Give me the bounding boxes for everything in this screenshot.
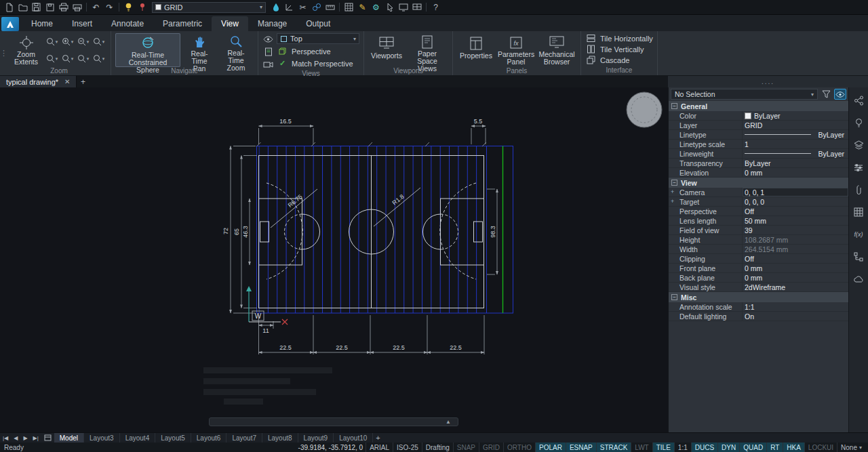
tab-layout7[interactable]: Layout7	[226, 433, 262, 443]
zoom-in-button[interactable]: ▾	[60, 33, 75, 50]
collapsed-command-bar[interactable]: ▲	[209, 417, 458, 426]
zoom-object-button[interactable]: ▾	[91, 50, 106, 67]
status-dim-style[interactable]: ISO-25	[393, 443, 422, 452]
tab-layout3[interactable]: Layout3	[84, 433, 120, 443]
link-icon[interactable]	[310, 1, 323, 14]
monitor-grid-icon[interactable]	[410, 1, 423, 14]
toggle-grid[interactable]: GRID	[479, 443, 503, 452]
realtime-constrained-sphere-button[interactable]: Real-Time Constrained Sphere	[115, 33, 180, 67]
close-tab-icon[interactable]: ✕	[64, 78, 70, 85]
status-annotation-scale[interactable]: 1:1	[674, 443, 691, 452]
eye-icon[interactable]	[262, 34, 274, 44]
toggle-quad[interactable]: QUAD	[739, 443, 766, 452]
viewports-button[interactable]: Viewports	[368, 33, 405, 67]
save-icon[interactable]	[30, 1, 43, 14]
zoom-out-button[interactable]: ▾	[75, 33, 91, 50]
paperclip-icon[interactable]	[852, 184, 865, 196]
tab-annotate[interactable]: Annotate	[102, 16, 153, 31]
tab-layout9[interactable]: Layout9	[298, 433, 334, 443]
zoom-window-button[interactable]: ▾	[44, 33, 60, 50]
first-layout-button[interactable]: |◀	[0, 435, 11, 441]
section-general[interactable]: −General	[669, 101, 848, 111]
last-layout-button[interactable]: ▶|	[31, 435, 41, 441]
cursor-icon[interactable]	[383, 1, 396, 14]
toggle-dyn[interactable]: DYN	[717, 443, 739, 452]
sliders-icon[interactable]	[852, 161, 865, 173]
share-nodes-icon[interactable]	[852, 94, 865, 106]
fx-panel-icon[interactable]: f(x)	[852, 228, 865, 241]
selection-dropdown[interactable]: No Selection ▾	[671, 89, 818, 100]
toggle-lwt[interactable]: LWT	[631, 443, 652, 452]
save-all-icon[interactable]	[43, 1, 56, 14]
cascade-button[interactable]: Cascade	[585, 55, 629, 65]
tile-vertically-button[interactable]: Tile Vertically	[585, 44, 644, 54]
toggle-tile[interactable]: TILE	[652, 443, 674, 452]
status-none-dropdown[interactable]: None▾	[837, 443, 865, 452]
scissors-icon[interactable]: ✂	[296, 1, 309, 14]
tab-home[interactable]: Home	[22, 16, 62, 31]
status-text-style[interactable]: ARIAL	[366, 443, 393, 452]
tab-layout10[interactable]: Layout10	[334, 433, 373, 443]
next-layout-button[interactable]: ▶	[20, 435, 30, 441]
section-misc[interactable]: −Misc	[669, 292, 848, 302]
tab-model[interactable]: Model	[54, 433, 84, 443]
realtime-zoom-button[interactable]: Real-Time Zoom	[218, 33, 254, 67]
zoom-scale-button[interactable]: ▾	[60, 50, 75, 67]
tab-layout4[interactable]: Layout4	[120, 433, 156, 443]
status-workspace[interactable]: Drafting	[422, 443, 453, 452]
toggle-rt[interactable]: RT	[766, 443, 783, 452]
lightbulb-icon[interactable]	[852, 117, 865, 129]
collapse-icon[interactable]: −	[671, 103, 677, 109]
quick-select-eye-button[interactable]	[834, 89, 846, 100]
monitor-icon[interactable]	[397, 1, 410, 14]
tab-insert[interactable]: Insert	[62, 16, 102, 31]
tab-layout8[interactable]: Layout8	[262, 433, 298, 443]
view-preset-dropdown[interactable]: Top ▾	[277, 33, 359, 44]
toggle-polar[interactable]: POLAR	[535, 443, 566, 452]
toggle-ducs[interactable]: DUCS	[691, 443, 717, 452]
toggle-snap[interactable]: SNAP	[453, 443, 479, 452]
tab-layout5[interactable]: Layout5	[155, 433, 191, 443]
filter-icon[interactable]	[820, 89, 832, 100]
toggle-esnap[interactable]: ESNAP	[566, 443, 596, 452]
tab-parametric[interactable]: Parametric	[153, 16, 212, 31]
add-layout-button[interactable]: +	[373, 434, 382, 442]
zoom-extents-button[interactable]: Zoom Extents	[12, 33, 41, 67]
print-icon[interactable]	[57, 1, 70, 14]
plot-icon[interactable]	[71, 1, 83, 14]
tab-view[interactable]: View	[212, 16, 248, 31]
panel-drag-handle[interactable]: ....	[762, 78, 774, 85]
axes-icon[interactable]	[283, 1, 296, 14]
zoom-dynamic-button[interactable]: ▾	[44, 50, 60, 67]
redo-icon[interactable]: ↷	[103, 1, 116, 14]
section-view[interactable]: −View	[669, 178, 848, 188]
help-icon[interactable]: ?	[429, 1, 442, 14]
grid-table-icon[interactable]	[852, 206, 865, 218]
pencil-icon[interactable]: ✎	[356, 1, 369, 14]
mechanical-browser-button[interactable]: Mechanical Browser	[537, 33, 576, 67]
new-file-icon[interactable]	[3, 1, 16, 14]
layout-list-icon[interactable]	[41, 434, 54, 441]
grid-icon[interactable]	[342, 1, 355, 14]
prev-layout-button[interactable]: ◀	[11, 435, 20, 441]
drawing-canvas[interactable]: 16.5 5.5 72 65 46.3 98.3 22.5 22.5 22.5 …	[0, 87, 668, 432]
collapse-icon[interactable]: −	[671, 294, 677, 300]
expand-panel-icon[interactable]: ▲	[446, 419, 451, 425]
tab-output[interactable]: Output	[296, 16, 340, 31]
gear-icon[interactable]: ⚙	[370, 1, 382, 14]
navigation-sphere[interactable]	[627, 92, 662, 127]
lightbulb-icon[interactable]	[122, 1, 135, 14]
undo-icon[interactable]: ↶	[90, 1, 102, 14]
paper-space-views-button[interactable]: Paper Space Views	[406, 33, 448, 67]
realtime-pan-button[interactable]: Real-Time Pan	[182, 33, 217, 67]
tile-horizontally-button[interactable]: Tile Horizontally	[585, 33, 653, 43]
cloud-icon[interactable]	[852, 273, 865, 285]
collapse-icon[interactable]: −	[671, 180, 677, 186]
new-document-tab-button[interactable]: +	[77, 76, 89, 87]
ribbon-overflow-handle[interactable]: ⋮	[0, 31, 7, 75]
measure-icon[interactable]	[323, 1, 336, 14]
properties-panel-button[interactable]: Properties	[457, 33, 495, 67]
view-sheet-icon[interactable]	[262, 47, 274, 57]
structure-tree-icon[interactable]	[852, 251, 865, 263]
camera-icon[interactable]	[262, 60, 274, 70]
